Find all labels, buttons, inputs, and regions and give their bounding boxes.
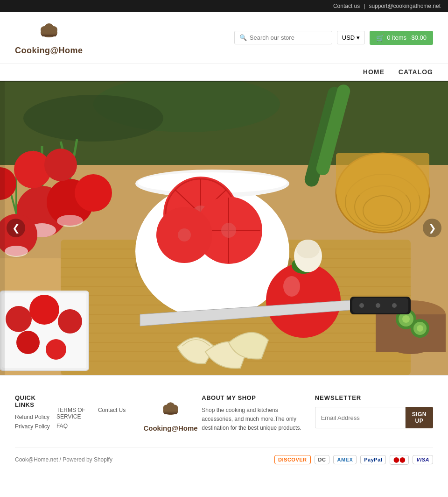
svg-rect-96 — [0, 81, 5, 375]
svg-point-3 — [50, 26, 57, 34]
footer-about: ABOUT MY SHOP Shop the cooking and kitch… — [202, 394, 305, 433]
svg-point-95 — [392, 303, 397, 308]
svg-point-86 — [402, 315, 410, 323]
logo-link[interactable]: Cooking@Home — [15, 20, 83, 56]
svg-point-66 — [221, 223, 236, 238]
svg-point-12 — [23, 95, 163, 142]
svg-point-93 — [359, 303, 364, 308]
cart-price-label: -$0.00 — [409, 34, 427, 41]
about-text: Shop the cooking and kitchens accessorie… — [202, 406, 305, 433]
footer-bottom: Cook@Home.net / Powered by Shopify DISCO… — [15, 447, 433, 465]
top-bar: Contact us | support@cookingathome.net — [0, 0, 448, 12]
svg-point-38 — [57, 215, 83, 227]
footer-contact-col: . Contact Us — [98, 394, 140, 433]
header-right: 🔍 USD ▾ 🛒 0 items -$0.00 — [234, 31, 433, 45]
currency-label: USD — [342, 34, 355, 41]
svg-point-94 — [376, 303, 380, 308]
search-input[interactable] — [250, 34, 327, 41]
chevron-right-icon: ❯ — [428, 222, 436, 234]
footer: QUICK LINKS Refund Policy Privacy Policy… — [0, 375, 448, 474]
currency-selector[interactable]: USD ▾ — [337, 31, 365, 44]
svg-point-49 — [58, 309, 82, 334]
footer-link-refund[interactable]: Refund Policy — [15, 414, 56, 420]
discover-badge: DISCOVER — [274, 455, 310, 464]
chevron-left-icon: ❮ — [12, 222, 20, 234]
svg-point-48 — [29, 295, 59, 325]
cart-button[interactable]: 🛒 0 items -$0.00 — [370, 31, 433, 45]
svg-point-47 — [6, 306, 32, 332]
chevron-down-icon: ▾ — [357, 34, 360, 41]
svg-rect-78 — [336, 153, 429, 195]
svg-point-44 — [75, 174, 112, 212]
contact-us-link[interactable]: Contact us — [333, 3, 360, 9]
svg-rect-97 — [0, 81, 448, 82]
hero-image — [0, 81, 448, 375]
svg-point-89 — [417, 325, 423, 332]
svg-rect-104 — [163, 412, 178, 413]
cart-items-label: 0 items — [387, 34, 406, 41]
footer-quick-links: QUICK LINKS Refund Policy Privacy Policy — [15, 394, 56, 433]
svg-point-101 — [171, 405, 178, 412]
nav-home[interactable]: HOME — [363, 68, 385, 76]
amex-badge: AMEX — [333, 455, 357, 464]
svg-point-72 — [283, 276, 300, 297]
svg-point-51 — [46, 339, 66, 360]
newsletter-title: NEWSLETTER — [315, 394, 433, 401]
svg-point-80 — [296, 240, 320, 258]
newsletter-form: SIGN UP — [315, 407, 433, 428]
paypal-badge: PayPal — [360, 455, 386, 464]
svg-point-43 — [44, 149, 77, 181]
footer-logo-text: Cooking@Home — [143, 424, 197, 432]
payment-icons: DISCOVER DC AMEX PayPal ⬤⬤ VISA — [274, 455, 433, 465]
diners-badge: DC — [315, 455, 330, 464]
footer-link-terms[interactable]: TERMS OF SERVICE — [56, 407, 98, 420]
footer-chef-hat-icon — [160, 399, 181, 424]
visa-badge: VISA — [413, 455, 433, 464]
footer-link-contact[interactable]: Contact Us — [98, 407, 140, 413]
svg-point-69 — [266, 263, 341, 338]
mastercard-badge: ⬤⬤ — [390, 455, 409, 465]
cart-icon: 🛒 — [376, 34, 384, 42]
slideshow-prev-button[interactable]: ❮ — [7, 219, 25, 237]
top-bar-separator: | — [364, 3, 365, 9]
slideshow-next-button[interactable]: ❯ — [423, 219, 441, 237]
about-title: ABOUT MY SHOP — [202, 394, 305, 401]
footer-powered-by: Cook@Home.net / Powered by Shopify — [15, 456, 112, 463]
newsletter-signup-button[interactable]: SIGN UP — [406, 407, 433, 428]
svg-rect-6 — [41, 34, 57, 36]
svg-point-34 — [5, 246, 28, 257]
quick-links-title: QUICK LINKS — [15, 394, 56, 408]
logo-text: Cooking@Home — [15, 46, 83, 56]
header: Cooking@Home 🔍 USD ▾ 🛒 0 items -$0.00 — [0, 12, 448, 64]
footer-newsletter: NEWSLETTER SIGN UP — [306, 394, 433, 433]
svg-point-50 — [16, 331, 40, 354]
hero-slideshow: ❮ ❯ — [0, 81, 448, 375]
search-bar: 🔍 — [234, 31, 332, 44]
navigation: HOME CATALOG — [0, 64, 448, 81]
footer-top: QUICK LINKS Refund Policy Privacy Policy… — [15, 394, 433, 433]
footer-terms-col: . TERMS OF SERVICE FAQ — [56, 394, 98, 433]
footer-logo-area: Cooking@Home — [140, 394, 202, 433]
newsletter-email-input[interactable] — [315, 407, 406, 428]
search-icon: 🔍 — [239, 34, 247, 41]
chef-hat-icon — [37, 20, 61, 46]
footer-link-faq[interactable]: FAQ — [56, 423, 98, 429]
footer-link-privacy[interactable]: Privacy Policy — [15, 423, 56, 430]
nav-catalog[interactable]: CATALOG — [399, 68, 433, 76]
support-email: support@cookingathome.net — [369, 3, 441, 9]
svg-point-68 — [178, 228, 191, 241]
